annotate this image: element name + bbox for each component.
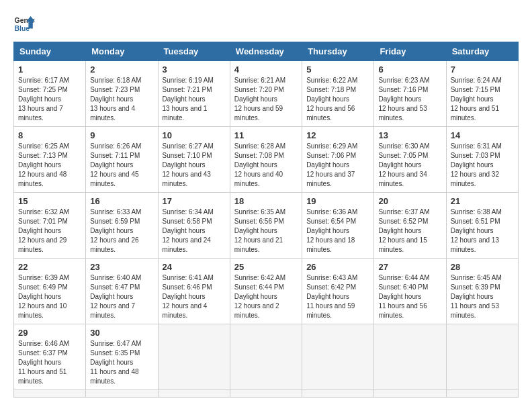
day-info: Sunrise: 6:32 AMSunset: 7:01 PMDaylight … — [18, 208, 81, 255]
day-number: 29 — [18, 328, 81, 338]
day-number: 10 — [163, 130, 226, 140]
calendar-cell: 16Sunrise: 6:33 AMSunset: 6:59 PMDayligh… — [86, 193, 158, 259]
calendar-cell: 15Sunrise: 6:32 AMSunset: 7:01 PMDayligh… — [14, 193, 86, 259]
calendar-cell: 25Sunrise: 6:42 AMSunset: 6:44 PMDayligh… — [230, 259, 302, 324]
day-info: Sunrise: 6:45 AMSunset: 6:39 PMDaylight … — [451, 273, 514, 320]
calendar-week-row — [14, 390, 519, 398]
calendar-cell: 28Sunrise: 6:45 AMSunset: 6:39 PMDayligh… — [446, 259, 518, 324]
day-info: Sunrise: 6:38 AMSunset: 6:51 PMDaylight … — [451, 208, 514, 255]
calendar-cell: 5Sunrise: 6:22 AMSunset: 7:18 PMDaylight… — [302, 61, 374, 127]
day-number: 21 — [451, 196, 514, 206]
day-info: Sunrise: 6:43 AMSunset: 6:42 PMDaylight … — [306, 273, 369, 320]
day-info: Sunrise: 6:31 AMSunset: 7:03 PMDaylight … — [451, 142, 514, 189]
day-number: 3 — [163, 64, 226, 75]
calendar-cell: 7Sunrise: 6:24 AMSunset: 7:15 PMDaylight… — [446, 61, 518, 127]
day-number: 14 — [451, 130, 514, 140]
calendar-cell: 26Sunrise: 6:43 AMSunset: 6:42 PMDayligh… — [302, 259, 374, 324]
day-number: 23 — [90, 262, 153, 272]
calendar-week-row: 15Sunrise: 6:32 AMSunset: 7:01 PMDayligh… — [14, 193, 519, 259]
day-number: 18 — [234, 196, 298, 206]
day-info: Sunrise: 6:46 AMSunset: 6:37 PMDaylight … — [18, 339, 81, 386]
calendar-cell: 23Sunrise: 6:40 AMSunset: 6:47 PMDayligh… — [86, 259, 158, 324]
day-info: Sunrise: 6:26 AMSunset: 7:11 PMDaylight … — [90, 142, 153, 189]
day-info: Sunrise: 6:33 AMSunset: 6:59 PMDaylight … — [90, 208, 153, 255]
day-number: 22 — [18, 262, 81, 272]
calendar-week-row: 8Sunrise: 6:25 AMSunset: 7:13 PMDaylight… — [14, 127, 519, 193]
day-info: Sunrise: 6:39 AMSunset: 6:49 PMDaylight … — [18, 273, 81, 320]
day-info: Sunrise: 6:42 AMSunset: 6:44 PMDaylight … — [234, 273, 298, 320]
day-number: 30 — [90, 328, 153, 338]
day-number: 17 — [163, 196, 226, 206]
calendar-cell: 29Sunrise: 6:46 AMSunset: 6:37 PMDayligh… — [14, 324, 86, 390]
calendar-cell: 3Sunrise: 6:19 AMSunset: 7:21 PMDaylight… — [158, 61, 230, 127]
day-number: 27 — [378, 262, 441, 272]
calendar-cell — [446, 390, 518, 398]
calendar-cell — [302, 324, 374, 390]
day-number: 11 — [234, 130, 298, 140]
calendar-cell: 6Sunrise: 6:23 AMSunset: 7:16 PMDaylight… — [374, 61, 446, 127]
weekday-header-friday: Friday — [374, 42, 446, 61]
calendar-cell: 20Sunrise: 6:37 AMSunset: 6:52 PMDayligh… — [374, 193, 446, 259]
calendar-cell: 13Sunrise: 6:30 AMSunset: 7:05 PMDayligh… — [374, 127, 446, 193]
calendar-week-row: 29Sunrise: 6:46 AMSunset: 6:37 PMDayligh… — [14, 324, 519, 390]
calendar-cell — [158, 324, 230, 390]
calendar-cell — [374, 390, 446, 398]
day-info: Sunrise: 6:28 AMSunset: 7:08 PMDaylight … — [234, 142, 298, 189]
day-number: 28 — [451, 262, 514, 272]
logo: General Blue — [13, 13, 35, 35]
day-number: 15 — [18, 196, 81, 206]
day-info: Sunrise: 6:34 AMSunset: 6:58 PMDaylight … — [163, 208, 226, 255]
day-info: Sunrise: 6:22 AMSunset: 7:18 PMDaylight … — [306, 76, 369, 123]
day-info: Sunrise: 6:29 AMSunset: 7:06 PMDaylight … — [306, 142, 369, 189]
day-number: 16 — [90, 196, 153, 206]
day-number: 19 — [306, 196, 369, 206]
day-info: Sunrise: 6:44 AMSunset: 6:40 PMDaylight … — [378, 273, 441, 320]
day-info: Sunrise: 6:30 AMSunset: 7:05 PMDaylight … — [378, 142, 441, 189]
calendar-week-row: 1Sunrise: 6:17 AMSunset: 7:25 PMDaylight… — [14, 61, 519, 127]
day-info: Sunrise: 6:35 AMSunset: 6:56 PMDaylight … — [234, 208, 298, 255]
calendar-cell: 30Sunrise: 6:47 AMSunset: 6:35 PMDayligh… — [86, 324, 158, 390]
logo-icon: General Blue — [13, 13, 35, 35]
calendar-cell: 12Sunrise: 6:29 AMSunset: 7:06 PMDayligh… — [302, 127, 374, 193]
weekday-header-saturday: Saturday — [446, 42, 518, 61]
day-info: Sunrise: 6:27 AMSunset: 7:10 PMDaylight … — [163, 142, 226, 189]
day-info: Sunrise: 6:47 AMSunset: 6:35 PMDaylight … — [90, 339, 153, 386]
day-info: Sunrise: 6:37 AMSunset: 6:52 PMDaylight … — [378, 208, 441, 255]
calendar-cell: 17Sunrise: 6:34 AMSunset: 6:58 PMDayligh… — [158, 193, 230, 259]
day-info: Sunrise: 6:23 AMSunset: 7:16 PMDaylight … — [378, 76, 441, 123]
weekday-header-monday: Monday — [86, 42, 158, 61]
weekday-header-tuesday: Tuesday — [158, 42, 230, 61]
day-info: Sunrise: 6:36 AMSunset: 6:54 PMDaylight … — [306, 208, 369, 255]
day-info: Sunrise: 6:18 AMSunset: 7:23 PMDaylight … — [90, 76, 153, 123]
day-number: 8 — [18, 130, 81, 140]
day-info: Sunrise: 6:17 AMSunset: 7:25 PMDaylight … — [18, 76, 81, 123]
calendar-cell — [230, 390, 302, 398]
day-number: 20 — [378, 196, 441, 206]
calendar-cell: 18Sunrise: 6:35 AMSunset: 6:56 PMDayligh… — [230, 193, 302, 259]
svg-text:Blue: Blue — [15, 25, 30, 32]
calendar-cell — [446, 324, 518, 390]
calendar-cell: 19Sunrise: 6:36 AMSunset: 6:54 PMDayligh… — [302, 193, 374, 259]
calendar-cell: 21Sunrise: 6:38 AMSunset: 6:51 PMDayligh… — [446, 193, 518, 259]
calendar-cell: 2Sunrise: 6:18 AMSunset: 7:23 PMDaylight… — [86, 61, 158, 127]
weekday-header-thursday: Thursday — [302, 42, 374, 61]
calendar-cell — [302, 390, 374, 398]
day-info: Sunrise: 6:19 AMSunset: 7:21 PMDaylight … — [163, 76, 226, 123]
calendar-cell — [374, 324, 446, 390]
day-number: 4 — [234, 64, 298, 75]
day-info: Sunrise: 6:25 AMSunset: 7:13 PMDaylight … — [18, 142, 81, 189]
calendar-cell — [230, 324, 302, 390]
day-info: Sunrise: 6:41 AMSunset: 6:46 PMDaylight … — [163, 273, 226, 320]
calendar-cell: 11Sunrise: 6:28 AMSunset: 7:08 PMDayligh… — [230, 127, 302, 193]
calendar-cell — [14, 390, 86, 398]
day-number: 12 — [306, 130, 369, 140]
calendar-cell: 10Sunrise: 6:27 AMSunset: 7:10 PMDayligh… — [158, 127, 230, 193]
calendar-week-row: 22Sunrise: 6:39 AMSunset: 6:49 PMDayligh… — [14, 259, 519, 324]
calendar-cell: 22Sunrise: 6:39 AMSunset: 6:49 PMDayligh… — [14, 259, 86, 324]
calendar-cell: 8Sunrise: 6:25 AMSunset: 7:13 PMDaylight… — [14, 127, 86, 193]
calendar-cell — [158, 390, 230, 398]
calendar-cell: 14Sunrise: 6:31 AMSunset: 7:03 PMDayligh… — [446, 127, 518, 193]
day-info: Sunrise: 6:24 AMSunset: 7:15 PMDaylight … — [451, 76, 514, 123]
weekday-header-row: SundayMondayTuesdayWednesdayThursdayFrid… — [14, 42, 519, 61]
day-number: 6 — [378, 64, 441, 75]
